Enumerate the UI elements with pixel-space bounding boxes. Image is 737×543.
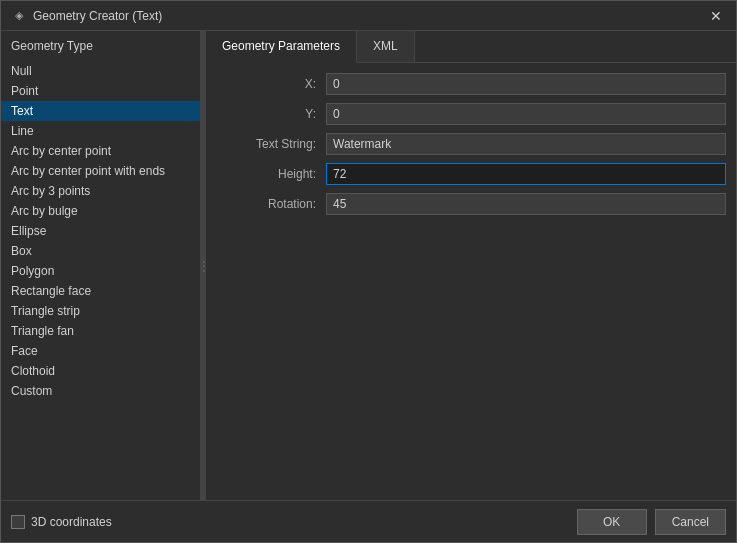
param-label-text-string-field: Text String: xyxy=(216,137,326,151)
param-label-height-field: Height: xyxy=(216,167,326,181)
tab-xml[interactable]: XML xyxy=(357,31,415,62)
geometry-list-item[interactable]: Triangle fan xyxy=(1,321,200,341)
title-bar: ◈ Geometry Creator (Text) ✕ xyxy=(1,1,736,31)
3d-coordinates-checkbox[interactable] xyxy=(11,515,25,529)
param-row-text-string-field: Text String: xyxy=(206,133,736,155)
geometry-list-item[interactable]: Arc by center point with ends xyxy=(1,161,200,181)
rotation-field[interactable] xyxy=(326,193,726,215)
height-field[interactable] xyxy=(326,163,726,185)
tab-geometry-parameters[interactable]: Geometry Parameters xyxy=(206,31,357,63)
geometry-list-item[interactable]: Text xyxy=(1,101,200,121)
geometry-list-item[interactable]: Line xyxy=(1,121,200,141)
geometry-list-item[interactable]: Arc by bulge xyxy=(1,201,200,221)
param-label-rotation-field: Rotation: xyxy=(216,197,326,211)
geometry-list-item[interactable]: Ellipse xyxy=(1,221,200,241)
geometry-list-item[interactable]: Arc by center point xyxy=(1,141,200,161)
geometry-list-item[interactable]: Point xyxy=(1,81,200,101)
text-string-field[interactable] xyxy=(326,133,726,155)
tabs-container: Geometry ParametersXML xyxy=(206,31,736,63)
footer-right: OK Cancel xyxy=(577,509,726,535)
params-area: X:Y:Text String:Height:Rotation: xyxy=(206,63,736,500)
y-field[interactable] xyxy=(326,103,726,125)
cancel-button[interactable]: Cancel xyxy=(655,509,726,535)
param-row-rotation-field: Rotation: xyxy=(206,193,736,215)
param-row-height-field: Height: xyxy=(206,163,736,185)
window-title: Geometry Creator (Text) xyxy=(33,9,162,23)
3d-coordinates-label: 3D coordinates xyxy=(31,515,112,529)
geometry-type-header: Geometry Type xyxy=(1,31,200,59)
geometry-list-item[interactable]: Custom xyxy=(1,381,200,401)
param-label-x-field: X: xyxy=(216,77,326,91)
right-panel: Geometry ParametersXML X:Y:Text String:H… xyxy=(206,31,736,500)
geometry-list-item[interactable]: Clothoid xyxy=(1,361,200,381)
resize-handle[interactable] xyxy=(201,31,206,500)
param-row-y-field: Y: xyxy=(206,103,736,125)
geometry-list-item[interactable]: Rectangle face xyxy=(1,281,200,301)
geometry-list-item[interactable]: Face xyxy=(1,341,200,361)
geometry-list-item[interactable]: Box xyxy=(1,241,200,261)
x-field[interactable] xyxy=(326,73,726,95)
footer-left: 3D coordinates xyxy=(11,515,112,529)
dialog-footer: 3D coordinates OK Cancel xyxy=(1,500,736,542)
close-button[interactable]: ✕ xyxy=(706,6,726,26)
geometry-list-item[interactable]: Arc by 3 points xyxy=(1,181,200,201)
param-label-y-field: Y: xyxy=(216,107,326,121)
ok-button[interactable]: OK xyxy=(577,509,647,535)
app-icon: ◈ xyxy=(11,8,27,24)
title-bar-left: ◈ Geometry Creator (Text) xyxy=(11,8,162,24)
left-panel: Geometry Type NullPointTextLineArc by ce… xyxy=(1,31,201,500)
geometry-list-item[interactable]: Polygon xyxy=(1,261,200,281)
geometry-list: NullPointTextLineArc by center pointArc … xyxy=(1,59,200,500)
dialog-body: Geometry Type NullPointTextLineArc by ce… xyxy=(1,31,736,500)
geometry-list-item[interactable]: Null xyxy=(1,61,200,81)
geometry-list-item[interactable]: Triangle strip xyxy=(1,301,200,321)
param-row-x-field: X: xyxy=(206,73,736,95)
main-dialog: ◈ Geometry Creator (Text) ✕ Geometry Typ… xyxy=(0,0,737,543)
